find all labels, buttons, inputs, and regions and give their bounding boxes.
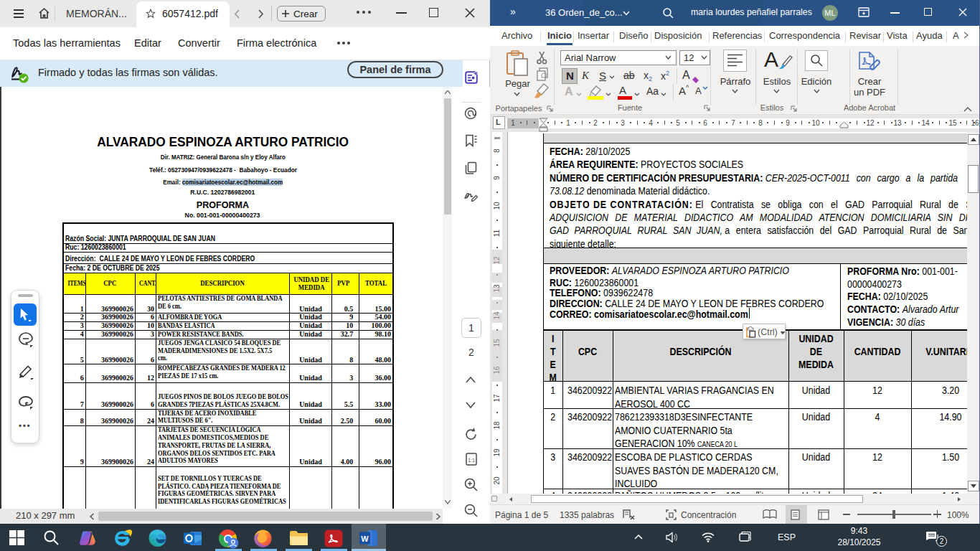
svg-text:1:1: 1:1	[468, 458, 475, 463]
svg-text:W: W	[361, 534, 369, 543]
